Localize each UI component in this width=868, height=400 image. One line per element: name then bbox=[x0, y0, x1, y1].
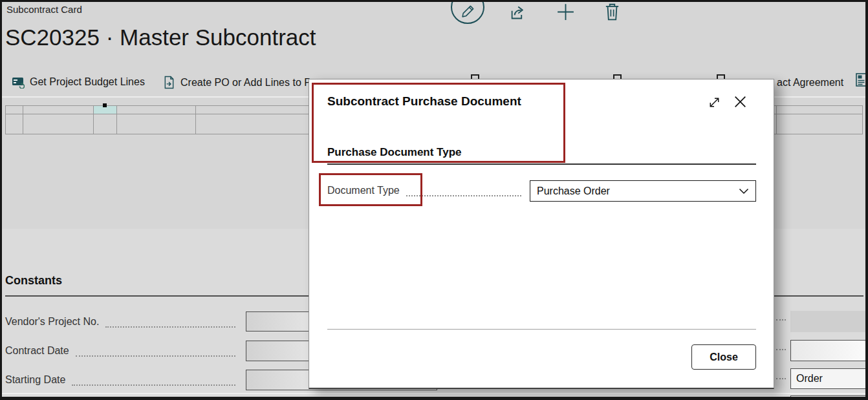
page-bottom-edge bbox=[2, 393, 865, 394]
dotted-leader bbox=[76, 349, 235, 357]
share-button[interactable] bbox=[508, 4, 526, 24]
dialog-field-row: Document Type bbox=[327, 182, 526, 200]
window-border bbox=[0, 0, 868, 2]
field-row-vendors-project-no: Vendor's Project No. bbox=[5, 312, 241, 332]
plus-icon bbox=[555, 1, 576, 23]
toolbar-item-label: Get Project Budget Lines bbox=[30, 76, 145, 88]
dotted-leader bbox=[105, 320, 235, 328]
document-type-value: Purchase Order bbox=[537, 185, 610, 197]
dotted-leader bbox=[406, 189, 521, 196]
delete-button[interactable] bbox=[603, 2, 621, 24]
expand-icon bbox=[708, 96, 721, 109]
toolbar-item-label: act Agreement bbox=[777, 77, 843, 89]
dotted-leader bbox=[776, 349, 786, 350]
close-dialog-button[interactable] bbox=[732, 94, 748, 112]
toolbar-get-project-budget-lines[interactable]: Get Project Budget Lines bbox=[12, 76, 145, 89]
window-border bbox=[865, 0, 868, 400]
grid-line-v bbox=[23, 105, 23, 134]
document-type-label: Document Type bbox=[327, 185, 400, 196]
subcontract-card-window: Subcontract Card SC20325 · Master Subcon… bbox=[0, 0, 868, 400]
close-icon bbox=[732, 94, 748, 110]
dotted-leader bbox=[72, 378, 235, 386]
page-caption: Subcontract Card bbox=[6, 4, 82, 15]
right-field-value: Order bbox=[796, 373, 823, 384]
subcontract-purchase-document-dialog: Subcontract Purchase Document Purchase D… bbox=[309, 79, 774, 389]
field-label: Vendor's Project No. bbox=[5, 316, 99, 328]
right-document-type-field[interactable]: Order bbox=[790, 368, 867, 389]
field-row-starting-date: Starting Date bbox=[5, 370, 241, 390]
field-label: Contract Date bbox=[5, 345, 69, 357]
grid-line-v bbox=[862, 105, 863, 134]
expand-dialog-button[interactable] bbox=[708, 96, 721, 112]
dialog-section-heading: Purchase Document Type bbox=[327, 146, 462, 159]
create-po-icon bbox=[163, 76, 175, 89]
toolbar-subcontract-agreement[interactable]: act Agreement bbox=[777, 77, 843, 89]
dotted-leader bbox=[776, 319, 786, 321]
field-label: Starting Date bbox=[5, 374, 65, 386]
dotted-leader bbox=[776, 378, 786, 379]
right-input-field[interactable] bbox=[790, 340, 867, 361]
dialog-section-divider bbox=[327, 163, 756, 165]
grid-line-v bbox=[195, 105, 196, 134]
trash-icon bbox=[603, 2, 621, 21]
toolbar-item-label: Create PO or Add Lines to P bbox=[180, 77, 311, 89]
right-disabled-field bbox=[790, 311, 867, 332]
get-budget-lines-icon bbox=[12, 76, 25, 89]
dialog-footer-divider bbox=[327, 329, 756, 330]
window-border bbox=[0, 0, 2, 400]
dialog-title: Subcontract Purchase Document bbox=[327, 94, 521, 109]
constants-section-heading: Constants bbox=[5, 274, 62, 288]
grid-line-v bbox=[5, 105, 6, 134]
share-icon bbox=[508, 4, 526, 21]
edit-button[interactable] bbox=[451, 0, 484, 24]
toolbar-create-po-or-add-lines[interactable]: Create PO or Add Lines to P bbox=[163, 76, 311, 89]
page-title: SC20325 · Master Subcontract bbox=[5, 25, 316, 50]
pencil-icon bbox=[461, 3, 477, 19]
close-button[interactable]: Close bbox=[691, 344, 756, 370]
window-border bbox=[0, 397, 868, 400]
selected-cell-handle[interactable] bbox=[103, 103, 107, 107]
grid-line-v bbox=[116, 105, 117, 134]
grid-line-v bbox=[776, 105, 777, 134]
chevron-down-icon bbox=[739, 188, 749, 195]
document-type-select[interactable]: Purchase Order bbox=[530, 180, 756, 202]
new-button[interactable] bbox=[555, 1, 576, 25]
field-row-contract-date: Contract Date bbox=[5, 341, 241, 361]
